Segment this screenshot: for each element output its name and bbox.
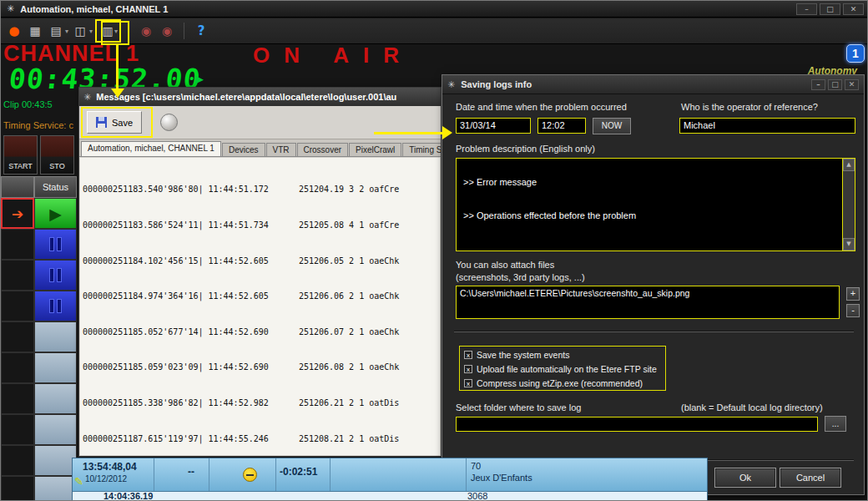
scroll-down-icon[interactable]: ▼ (843, 238, 855, 250)
playlist-row[interactable]: ✎ 13:54:48,04 10/12/2012 -- -0:02:51 70 … (73, 458, 707, 492)
messages-titlebar[interactable]: ✳ Messages [c:\users\michael.etere\appda… (79, 88, 441, 106)
toolbar-separator (184, 23, 184, 39)
tab-vtr[interactable]: VTR (266, 143, 296, 156)
playlist-rows: ✎ 13:54:48,04 10/12/2012 -- -0:02:51 70 … (72, 458, 708, 501)
date-field[interactable]: 31/03/14 (456, 118, 531, 134)
compress-zip-checkbox[interactable]: x (464, 379, 472, 387)
log-line[interactable]: 000000251185.052'677'14| 11:44:52.690 25… (83, 326, 440, 338)
event-number: 70 (471, 461, 481, 471)
pause-bar-icon (57, 299, 62, 313)
clip-time-label: Clip 00:43:5 (3, 99, 53, 109)
tab-pixelcrawl[interactable]: PixelCrawl (349, 143, 401, 156)
record-camera-icon[interactable]: ◉ (158, 22, 176, 40)
column-divider (466, 458, 467, 491)
checkbox-label: Save the system events (477, 350, 569, 360)
ok-button[interactable]: Ok (714, 468, 776, 488)
table-row (1, 352, 78, 383)
event-offset: -0:02:51 (280, 466, 317, 478)
pause-status-cell[interactable] (34, 229, 77, 260)
add-file-button[interactable]: + (846, 287, 860, 301)
empty-status-cell[interactable] (34, 476, 77, 501)
status-table: Status ➔ ▶ (1, 176, 78, 501)
annotation-arrow-right-head (442, 126, 452, 139)
empty-status-cell[interactable] (34, 414, 77, 445)
status-column-header: Status (34, 176, 77, 198)
main-toolbar: ● ▦ ▤ ▾ ◫ ▾ ▥ ▾ ◉ ◉ ? (1, 18, 867, 44)
notification-badge[interactable]: 1 (846, 44, 865, 63)
operator-field[interactable]: Michael (679, 118, 855, 134)
description-label: Problem description (English only) (456, 144, 595, 154)
pause-status-cell[interactable] (34, 291, 77, 321)
empty-status-cell[interactable] (34, 445, 77, 476)
log-line[interactable]: 000000251184.102'456'15| 11:44:52.605 25… (83, 256, 440, 267)
playlist-row[interactable]: 14:04:36.19 3068 (73, 492, 707, 501)
play-status-cell[interactable]: ▶ (34, 198, 77, 229)
empty-status-cell[interactable] (34, 352, 77, 383)
chevron-down-icon[interactable]: ▾ (89, 28, 93, 35)
description-scrollbar[interactable]: ▲ ▼ (842, 159, 855, 250)
dialog-titlebar[interactable]: ✳ Saving logs info – □ ✕ (442, 75, 864, 94)
empty-status-cell[interactable] (34, 383, 77, 414)
automation-main-window: ✳ Automation, michael, CHANNEL 1 – □ ✕ ●… (0, 0, 868, 501)
event-title: Jeux D'Enfants (471, 473, 532, 483)
options-group: x Save the system events x Upload file a… (459, 346, 666, 391)
event-time: 13:54:48,04 (83, 461, 137, 473)
now-button[interactable]: NOW (593, 118, 631, 134)
dialog-title: Saving logs info (461, 79, 532, 89)
help-icon[interactable]: ? (192, 22, 210, 40)
column-divider (209, 458, 209, 491)
chevron-down-icon[interactable]: ▾ (65, 28, 68, 35)
messages-icon[interactable]: ▤ (47, 22, 65, 40)
description-textarea[interactable]: >> Error message >> Operations effected … (456, 158, 855, 251)
table-row (1, 476, 78, 501)
attached-files-list[interactable]: C:\Users\michael.ETERE\Pictures\screensh… (456, 286, 840, 319)
tab-timing-service[interactable]: Timing Se (402, 143, 441, 156)
stop-button[interactable]: STO (40, 135, 74, 175)
log-line[interactable]: 000000251185.059'023'09| 11:44:52.690 25… (83, 362, 440, 373)
cancel-button[interactable]: Cancel (780, 468, 841, 488)
tab-devices[interactable]: Devices (222, 143, 265, 156)
scroll-up-icon[interactable]: ▲ (843, 159, 855, 171)
table-row (1, 414, 78, 445)
column-divider (275, 458, 276, 491)
app-logo-icon: ✳ (7, 3, 14, 14)
log-line[interactable]: 000000251184.974'364'16| 11:44:52.605 25… (83, 291, 440, 302)
tab-crossover[interactable]: Crossover (297, 143, 349, 156)
clear-log-icon[interactable] (160, 114, 178, 131)
log-line[interactable]: 000000251187.615'119'97| 11:44:55.246 25… (83, 433, 440, 445)
column-divider (154, 458, 154, 491)
etere-logo-icon[interactable]: ● (5, 22, 23, 40)
folder-label: Select folder where to save log (456, 402, 581, 412)
capture-camera-icon[interactable]: ◉ (137, 22, 155, 40)
dialog-app-icon: ✳ (447, 79, 455, 90)
saving-logs-dialog: ✳ Saving logs info – □ ✕ Date and time w… (442, 74, 865, 495)
upload-ftp-checkbox[interactable]: x (464, 365, 472, 373)
table-row (1, 291, 78, 321)
browse-button[interactable]: ... (825, 416, 846, 432)
log-line[interactable]: 000000251183.586'524'11| 11:44:51.734 25… (83, 220, 440, 231)
time-field[interactable]: 12:02 (537, 118, 586, 134)
schedule-grid-icon[interactable]: ▦ (26, 22, 44, 40)
table-row: ➔ ▶ (1, 198, 78, 229)
main-titlebar: ✳ Automation, michael, CHANNEL 1 – □ ✕ (1, 1, 867, 18)
start-button[interactable]: START (3, 135, 38, 175)
tab-automation-channel1[interactable]: Automation, michael, CHANNEL 1 (81, 141, 221, 156)
dialog-maximize-button[interactable]: □ (828, 79, 842, 90)
checkbox-label: Compress using etZip.exe (recommended) (477, 378, 643, 388)
close-button[interactable]: ✕ (843, 3, 864, 15)
folder-field[interactable] (456, 417, 818, 432)
empty-status-cell[interactable] (34, 321, 77, 352)
annotation-arrow-down-line (116, 45, 119, 89)
maximize-button[interactable]: □ (820, 3, 840, 15)
dialog-minimize-button[interactable]: – (811, 79, 825, 90)
pause-status-cell[interactable] (34, 260, 77, 291)
playlist-icon[interactable]: ◫ (71, 22, 89, 40)
log-list: 000000251183.540'986'80| 11:44:51.172 25… (80, 158, 440, 455)
minimize-button[interactable]: – (796, 3, 817, 15)
separator (454, 331, 854, 332)
save-system-events-checkbox[interactable]: x (464, 351, 472, 359)
log-line[interactable]: 000000251183.540'986'80| 11:44:51.172 25… (83, 184, 440, 195)
log-line[interactable]: 000000251185.338'986'82| 11:44:52.982 25… (83, 397, 440, 409)
dialog-close-button[interactable]: ✕ (845, 79, 859, 90)
remove-file-button[interactable]: - (846, 304, 860, 317)
